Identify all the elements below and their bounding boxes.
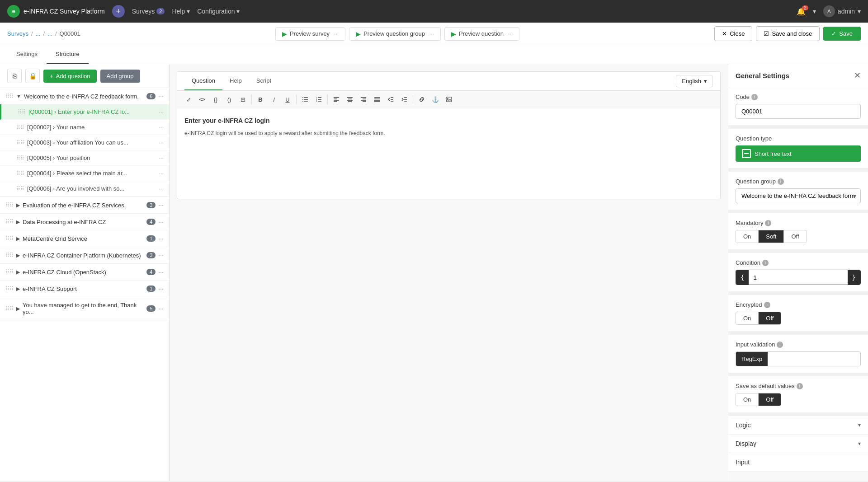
panel-close-button[interactable]: ✕ [854,70,861,80]
tab-help[interactable]: Help [222,72,249,90]
question-menu-icon[interactable]: ··· [159,108,164,115]
input-validation-info-icon[interactable]: i [777,342,783,348]
toolbar-link-button[interactable] [416,94,428,105]
list-item[interactable]: ⠿⠿ [Q00006] › Are you involved with so..… [0,181,169,197]
close-button[interactable]: ✕ Close [714,26,752,41]
group-header[interactable]: ⠿⠿ ▶ e-INFRA CZ Container Platform (Kube… [0,247,169,263]
list-item[interactable]: ⠿⠿ [Q00004] › Please select the main ar.… [0,166,169,181]
sidebar-copy-icon[interactable]: ⎘ [7,69,22,83]
add-group-button[interactable]: Add group [100,70,140,83]
toolbar-italic-button[interactable]: I [268,94,280,105]
question-menu-icon[interactable]: ··· [159,139,164,146]
expand-icon[interactable]: ▶ [16,202,20,208]
regexp-input[interactable] [768,352,860,366]
editor-content[interactable]: Enter your e-INFRA CZ login e-INFRA CZ l… [177,108,720,199]
expand-icon[interactable]: ▶ [16,219,20,225]
toolbar-indent-right-button[interactable] [398,94,410,105]
notifications-bell[interactable]: 🔔 2 [797,7,806,16]
toolbar-list-ul-button[interactable] [299,94,311,105]
list-item[interactable]: ⠿⠿ [Q00003] › Your affiliation You can u… [0,135,169,150]
breadcrumb-dots2[interactable]: ... [47,30,52,37]
toolbar-underline-button[interactable]: U [282,94,293,105]
configuration-nav-link[interactable]: Configuration ▾ [197,8,240,15]
group-menu-icon[interactable]: ··· [158,218,164,225]
tab-question[interactable]: Question [184,72,222,90]
list-item[interactable]: ⠿⠿ [Q00005] › Your position ··· [0,150,169,166]
breadcrumb-dots1[interactable]: ... [36,30,41,37]
input-header[interactable]: Input [728,453,868,471]
toolbar-list-ol-button[interactable]: 123 [313,94,325,105]
group-header[interactable]: ⠿⠿ ▶ Evaluation of the e-INFRA CZ Servic… [0,197,169,213]
toolbar-expand-button[interactable]: ⤢ [183,94,194,105]
question-group-info-icon[interactable]: i [778,178,784,185]
preview-question-button[interactable]: ▶ Preview question ··· [444,27,519,41]
nav-dropdown-arrow[interactable]: ▾ [813,8,816,15]
condition-input[interactable] [749,270,847,285]
encrypted-off-button[interactable]: Off [759,312,781,324]
toolbar-align-right-button[interactable] [358,94,369,105]
expand-icon[interactable]: ▶ [16,253,20,258]
tab-script[interactable]: Script [249,72,278,90]
save-close-button[interactable]: ☑ Save and close [756,26,820,41]
preview-q-more[interactable]: ··· [508,31,513,37]
preview-survey-button[interactable]: ▶ Preview survey ··· [275,27,345,41]
display-header[interactable]: Display ▾ [728,435,868,453]
toolbar-anchor-button[interactable]: ⚓ [429,94,441,105]
group-header[interactable]: ⠿⠿ ▶ e-INFRA CZ Support 1 ··· [0,281,169,297]
group-menu-icon[interactable]: ··· [158,235,164,242]
group-menu-icon[interactable]: ··· [158,305,164,312]
list-item[interactable]: ⠿⠿ [Q00001] › Enter your e-INFRA CZ lo..… [0,104,169,120]
code-input[interactable] [736,104,861,119]
add-question-button[interactable]: + Add question [43,70,97,83]
toolbar-bold-button[interactable]: B [255,94,266,105]
group-menu-icon[interactable]: ··· [158,252,164,259]
sidebar-lock-icon[interactable]: 🔒 [25,69,40,83]
preview-qgroup-more[interactable]: ··· [429,31,434,37]
toolbar-table-button[interactable]: ⊞ [237,94,249,105]
add-nav-button[interactable]: + [112,5,125,18]
group-header[interactable]: ⠿⠿ ▶ e-INFRA CZ Cloud (OpenStack) 4 ··· [0,264,169,280]
encrypted-info-icon[interactable]: i [764,302,770,308]
toolbar-parentheses-button[interactable]: () [223,94,235,105]
mandatory-on-button[interactable]: On [736,230,759,243]
save-default-on-button[interactable]: On [736,393,759,406]
toolbar-code-button[interactable]: <> [196,94,208,105]
toolbar-braces-button[interactable]: {} [210,94,222,105]
group-menu-icon[interactable]: ··· [158,285,164,292]
breadcrumb-surveys[interactable]: Surveys [7,30,28,37]
question-type-button[interactable]: Short free text [736,145,861,162]
help-nav-link[interactable]: Help ▾ [172,8,190,15]
expand-icon[interactable]: ▼ [16,94,21,99]
group-header[interactable]: ⠿⠿ ▶ MetaCentre Grid Service 1 ··· [0,230,169,247]
regexp-label-button[interactable]: RegExp [736,352,768,366]
mandatory-off-button[interactable]: Off [784,230,806,243]
save-default-off-button[interactable]: Off [759,393,781,406]
encrypted-on-button[interactable]: On [736,312,759,324]
group-menu-icon[interactable]: ··· [158,268,164,276]
save-default-info-icon[interactable]: i [797,383,803,389]
toolbar-align-left-button[interactable] [330,94,342,105]
expand-icon[interactable]: ▶ [16,286,20,292]
list-item[interactable]: ⠿⠿ [Q00002] › Your name ··· [0,120,169,135]
group-menu-icon[interactable]: ··· [158,93,164,100]
expand-icon[interactable]: ▶ [16,236,20,242]
group-header[interactable]: ⠿⠿ ▶ You have managed to get to the end,… [0,297,169,320]
tab-settings[interactable]: Settings [7,45,47,64]
preview-survey-more[interactable]: ··· [334,31,339,37]
question-menu-icon[interactable]: ··· [159,170,164,177]
preview-question-group-button[interactable]: ▶ Preview question group ··· [349,27,441,41]
expand-icon[interactable]: ▶ [16,306,20,312]
question-menu-icon[interactable]: ··· [159,154,164,161]
mandatory-info-icon[interactable]: i [765,220,771,226]
code-info-icon[interactable]: i [751,94,758,100]
surveys-nav-link[interactable]: Surveys 2 [132,8,165,15]
user-menu[interactable]: A admin ▾ [823,5,861,17]
toolbar-image-button[interactable] [443,94,455,105]
group-header[interactable]: ⠿⠿ ▶ Data Processing at e-INFRA CZ 4 ··· [0,214,169,230]
toolbar-align-justify-button[interactable] [371,94,383,105]
group-menu-icon[interactable]: ··· [158,201,164,209]
question-menu-icon[interactable]: ··· [159,185,164,192]
logic-header[interactable]: Logic ▾ [728,416,868,434]
question-menu-icon[interactable]: ··· [159,124,164,131]
question-group-select[interactable]: Welcome to the e-INFRA CZ feedback form. [736,188,861,203]
